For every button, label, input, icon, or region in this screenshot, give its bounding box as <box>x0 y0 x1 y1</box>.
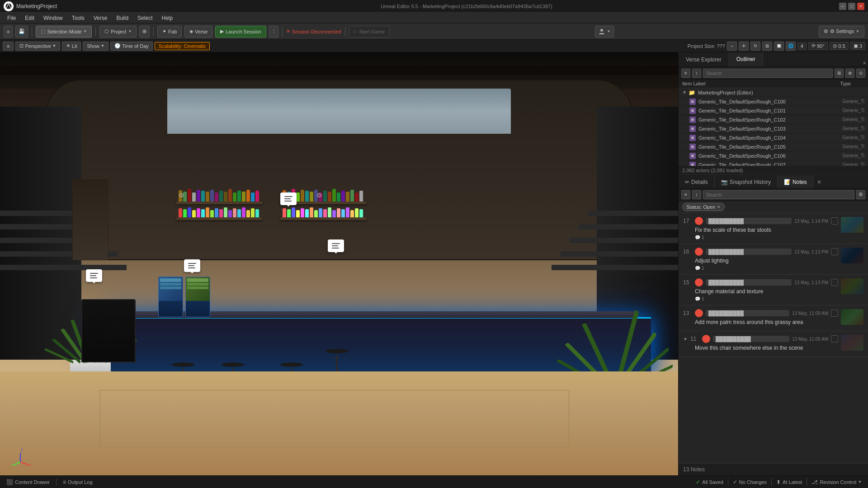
item-name: Generic_Tile_DefaultSpecRough_C102 <box>698 117 837 122</box>
note-header: 17 ██████████ 13 May, 1:14 PM <box>683 217 838 225</box>
table-row[interactable]: ▣ Generic_Tile_DefaultSpecRough_C104 Gen… <box>679 133 868 142</box>
verse-button[interactable]: ◈ Verse <box>184 26 212 38</box>
list-item[interactable]: 16 ██████████ 13 May, 1:13 PM Adjust lig… <box>679 244 868 275</box>
table-row[interactable]: ▣ Generic_Tile_DefaultSpecRough_C100 Gen… <box>679 97 868 106</box>
comment-marker-1[interactable] <box>86 269 102 282</box>
avatar <box>695 217 703 225</box>
item-name: Generic_Tile_DefaultSpecRough_C104 <box>698 135 837 141</box>
camera-speed[interactable]: 4 <box>797 42 807 50</box>
settings-button[interactable]: ⚙ ⚙ Settings ▼ <box>819 26 864 38</box>
expand-icon[interactable]: ▼ <box>683 337 688 342</box>
hamburger-button[interactable]: ≡ <box>4 26 13 38</box>
status-open-badge[interactable]: Status: Open ✕ <box>682 203 725 211</box>
launch-icon: ▶ <box>220 28 224 34</box>
note-resolve-checkbox[interactable] <box>831 217 838 225</box>
tab-snapshot-history[interactable]: 📷 Snapshot History <box>715 176 778 188</box>
table-row[interactable]: ▣ Generic_Tile_DefaultSpecRough_C103 Gen… <box>679 124 868 133</box>
close-bottom-panel[interactable]: ✕ <box>813 177 825 187</box>
no-changes-status[interactable]: ✓ No Changes <box>730 478 769 486</box>
scale-tool[interactable]: ⊞ <box>762 42 772 51</box>
scalability-badge[interactable]: Scalability: Cinematic <box>155 42 210 50</box>
outliner-sort-btn[interactable]: ↕ <box>692 69 701 78</box>
grid-button[interactable]: ⊞ <box>139 26 150 38</box>
table-row[interactable]: ▣ Generic_Tile_DefaultSpecRough_C105 Gen… <box>679 142 868 151</box>
menu-file[interactable]: File <box>4 14 19 22</box>
notes-settings-button[interactable]: ⚙ <box>856 190 865 199</box>
show-button[interactable]: Show ▼ <box>83 42 108 51</box>
more-options-button[interactable]: ⋮ <box>269 26 278 38</box>
time-of-day-button[interactable]: 🕐 Time of Day <box>110 42 153 51</box>
mesh-icon: ▣ <box>689 99 696 105</box>
content-drawer-button[interactable]: ⬛ Content Drawer <box>4 478 52 486</box>
snap-tool[interactable]: 🔲 <box>774 42 784 51</box>
comment-marker-2[interactable] <box>184 259 200 272</box>
perspective-button[interactable]: ⊡ Perspective ▼ <box>15 42 60 51</box>
close-panel-button[interactable]: ✕ <box>861 59 868 66</box>
list-item[interactable]: ▼ 11 ██████████ 13 May, 11:05 AM Move th… <box>679 331 868 357</box>
outliner-root-item[interactable]: ▼ 📁 MarketingProject (Editor) <box>679 88 868 97</box>
project-button[interactable]: ⬡ Project ▼ <box>99 26 137 38</box>
notes-filter-btn[interactable]: ≡ <box>681 190 690 199</box>
notes-sort-btn[interactable]: ↕ <box>692 190 701 199</box>
user-icon-button[interactable]: ▼ <box>595 26 614 38</box>
all-saved-status[interactable]: ✓ All Saved <box>693 478 726 486</box>
outliner-column-header: Item Label Type <box>679 80 868 88</box>
notes-search-input[interactable] <box>703 190 854 199</box>
comment-marker-4[interactable] <box>328 239 344 252</box>
note-resolve-checkbox[interactable] <box>831 310 838 317</box>
hamburger-vp-button[interactable]: ≡ <box>3 42 14 51</box>
move-tool[interactable]: ✛ <box>739 42 749 51</box>
table-row[interactable]: ▣ Generic_Tile_DefaultSpecRough_C106 Gen… <box>679 151 868 160</box>
outliner-filter-btn[interactable]: ≡ <box>681 69 690 78</box>
list-item[interactable]: 15 ██████████ 13 May, 1:13 PM Change mat… <box>679 275 868 305</box>
bottles-left <box>179 188 260 202</box>
table-row[interactable]: ▣ Generic_Tile_DefaultSpecRough_C101 Gen… <box>679 106 868 115</box>
list-item[interactable]: 13 ██████████ 13 May, 11:09 AM Add more … <box>679 305 868 331</box>
actor-count-label: 2,082 actors (2,081 loaded) <box>682 168 743 173</box>
note-resolve-checkbox[interactable] <box>831 279 838 286</box>
window-panel <box>167 89 511 134</box>
translate-tool[interactable]: ↔ <box>727 42 737 51</box>
tab-outliner[interactable]: Outliner <box>729 52 763 66</box>
world-tool[interactable]: 🌐 <box>786 42 796 51</box>
fab-button[interactable]: ✦ Fab <box>157 26 182 38</box>
table-row[interactable]: ▣ Generic_Tile_DefaultSpecRough_C107 Gen… <box>679 160 868 166</box>
outliner-extra-btn-3[interactable]: ⊙ <box>856 69 865 78</box>
fab-icon: ✦ <box>162 28 166 34</box>
menu-tools[interactable]: Tools <box>68 14 88 22</box>
maximize-button[interactable]: □ <box>848 3 855 10</box>
remove-filter-icon[interactable]: ✕ <box>717 205 721 209</box>
start-game-button[interactable]: ▷ Start Game <box>349 26 390 38</box>
menu-window[interactable]: Window <box>40 14 66 22</box>
selection-mode-button[interactable]: ⬚ Selection Mode ▼ <box>36 26 92 38</box>
chevron-down-icon-6: ▼ <box>101 44 104 48</box>
lit-button[interactable]: ☀ Lit <box>62 42 81 51</box>
revision-control-status[interactable]: ⎇ Revision Control ▼ <box>809 478 864 486</box>
list-item[interactable]: 17 ██████████ 13 May, 1:14 PM Fix the sc… <box>679 213 868 244</box>
menu-edit[interactable]: Edit <box>21 14 38 22</box>
viewport[interactable]: ⚙ ⚙ X Y Z <box>0 52 678 475</box>
comment-count-value: 1 <box>702 266 704 271</box>
rotate-tool[interactable]: ↻ <box>750 42 760 51</box>
tab-details[interactable]: ✏ Details <box>679 176 715 188</box>
launch-session-button[interactable]: ▶ Launch Session <box>215 26 266 38</box>
save-button[interactable]: 💾 <box>15 26 28 38</box>
comment-marker-3[interactable] <box>280 192 297 205</box>
menu-select[interactable]: Select <box>134 14 156 22</box>
menu-verse[interactable]: Verse <box>90 14 111 22</box>
table-row[interactable]: ▣ Generic_Tile_DefaultSpecRough_C102 Gen… <box>679 115 868 124</box>
minimize-button[interactable]: ─ <box>839 3 846 10</box>
tab-notes[interactable]: 📝 Notes <box>778 176 813 188</box>
note-resolve-checkbox[interactable] <box>831 248 838 255</box>
output-log-button[interactable]: ≡ Output Log <box>60 478 95 486</box>
close-button[interactable]: ✕ <box>857 3 864 10</box>
outliner-extra-btn-1[interactable]: ⊞ <box>835 69 844 78</box>
menu-build[interactable]: Build <box>113 14 132 22</box>
menu-help[interactable]: Help <box>158 14 176 22</box>
at-latest-status[interactable]: ⬆ At Latest <box>774 478 805 486</box>
outliner-toolbar: ≡ ↕ ⊞ ⊕ ⊙ <box>679 67 868 80</box>
note-resolve-checkbox[interactable] <box>831 335 838 343</box>
outliner-extra-btn-2[interactable]: ⊕ <box>845 69 854 78</box>
tab-verse-explorer[interactable]: Verse Explorer <box>679 52 729 66</box>
outliner-search-input[interactable] <box>703 69 833 78</box>
